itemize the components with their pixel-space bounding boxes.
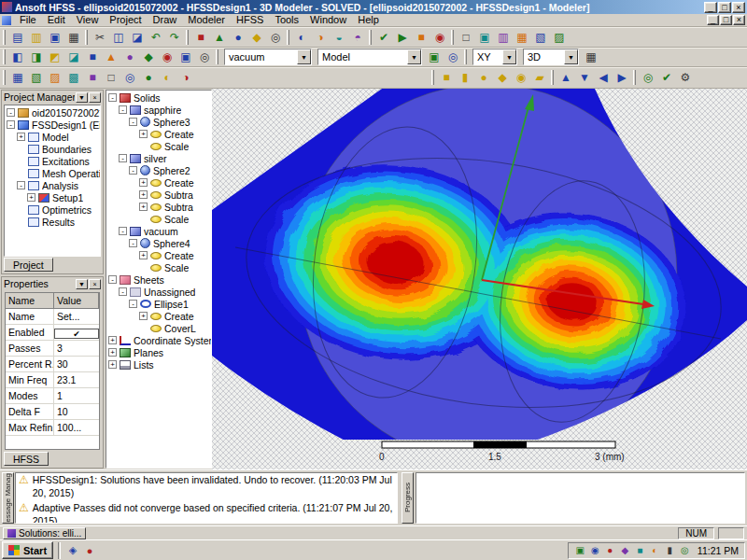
toolbar-button[interactable]: ▶ (613, 69, 631, 86)
tree-expander-icon[interactable]: + (139, 251, 148, 259)
toolbar-button[interactable]: ◎ (266, 29, 285, 46)
toolbar-grip[interactable] (551, 70, 554, 85)
toolbar-button[interactable]: ▦ (8, 69, 27, 86)
toolbar-button[interactable]: ▶ (393, 29, 412, 46)
model-tree-item[interactable]: CoverL (106, 322, 211, 334)
toolbar-grip[interactable] (3, 49, 6, 64)
menu-item[interactable]: Tools (269, 14, 304, 26)
toolbar-button[interactable]: ■ (437, 69, 456, 86)
toolbar-button[interactable]: ▣ (425, 49, 444, 65)
project-tree-item[interactable]: + Model (5, 131, 100, 143)
tab-project[interactable]: Project (4, 258, 53, 272)
tray-icon[interactable]: ◎ (679, 544, 691, 556)
model-tree-item[interactable]: + Lists (106, 358, 211, 371)
project-tree-item[interactable]: Excitations (5, 155, 100, 167)
menu-item[interactable]: Project (104, 14, 147, 26)
toolbar-button[interactable]: ◆ (139, 49, 158, 65)
mdi-restore-button[interactable]: □ (720, 15, 732, 25)
toolbar-button[interactable]: ✔ (657, 69, 676, 86)
tree-expander-icon[interactable]: + (139, 178, 148, 187)
toolbar-grip[interactable] (431, 70, 434, 85)
toolbar-grip[interactable] (287, 30, 289, 45)
tree-expander-icon[interactable]: + (139, 312, 148, 320)
property-value[interactable]: 10 (54, 404, 99, 419)
project-tree-item[interactable]: Results (5, 216, 100, 228)
model-tree-item[interactable]: - vacuum (106, 225, 211, 237)
toolbar-button[interactable]: ● (120, 49, 139, 65)
maximize-button[interactable]: □ (718, 2, 731, 13)
toolbar-button[interactable]: ◎ (444, 49, 462, 65)
dropdown-arrow-icon[interactable]: ▼ (564, 49, 578, 64)
toolbar-button[interactable]: ◩ (46, 49, 64, 65)
property-value[interactable]: 23.1 (54, 372, 99, 387)
menu-item[interactable]: Edit (42, 14, 71, 26)
plane-select[interactable]: XY ▼ (472, 49, 517, 65)
toolbar-button[interactable]: ◑ (311, 29, 330, 46)
property-row[interactable]: Max Refin... 100... (6, 420, 99, 436)
material-select[interactable]: vacuum ▼ (224, 49, 312, 65)
tree-expander-icon[interactable]: - (108, 93, 117, 102)
model-tree-item[interactable]: - sapphire (106, 104, 211, 116)
mdi-close-button[interactable]: × (733, 15, 745, 25)
toolbar-button[interactable]: ✔ (374, 29, 393, 46)
model-tree-item[interactable]: + Create (106, 176, 211, 189)
toolbar-button[interactable]: ◧ (8, 49, 27, 65)
tray-icon[interactable]: ■ (634, 544, 646, 556)
model-tree-item[interactable]: - Sheets (106, 273, 211, 286)
model-tree-item[interactable]: - Unassigned (106, 286, 211, 298)
quick-launch-icon[interactable]: ● (82, 543, 97, 558)
message-item[interactable]: ⚠ Adaptive Passes did not converge based… (19, 502, 394, 524)
progress-strip[interactable]: Progress (402, 472, 414, 524)
toolbar-button[interactable]: ▧ (27, 69, 46, 86)
tree-expander-icon[interactable]: + (17, 133, 25, 141)
properties-header[interactable]: Properties ▼ × (2, 277, 103, 290)
toolbar-button[interactable]: ◑ (176, 69, 195, 86)
tree-expander-icon[interactable]: - (7, 108, 15, 117)
model-tree-item[interactable]: - Sphere3 (106, 116, 211, 128)
toolbar-button[interactable]: ▦ (513, 29, 531, 46)
toolbar-button[interactable]: ◪ (128, 29, 147, 46)
tray-icon[interactable]: ▮ (664, 544, 676, 556)
menu-item[interactable]: View (71, 14, 105, 26)
panel-menu-icon[interactable]: ▼ (76, 92, 88, 103)
toolbar-button[interactable]: ▥ (494, 29, 513, 46)
model-tree-item[interactable]: + Create (106, 310, 211, 322)
tree-expander-icon[interactable]: + (139, 203, 148, 211)
toolbar-button[interactable]: ▨ (46, 69, 64, 86)
toolbar-button[interactable]: ◆ (247, 29, 266, 46)
property-value[interactable]: ✔ (54, 329, 99, 339)
tray-icon[interactable]: ◉ (589, 544, 601, 556)
panel-close-icon[interactable]: × (89, 92, 101, 103)
property-row[interactable]: Enabled ✔ (6, 325, 99, 341)
modeler-3d-view[interactable]: 0 1.5 3 (mm) (212, 89, 747, 469)
toolbar-button[interactable]: ◉ (430, 29, 449, 46)
tree-expander-icon[interactable]: - (119, 154, 127, 162)
property-value[interactable]: 100... (54, 420, 99, 435)
property-row[interactable]: Delta F 10 (6, 404, 99, 420)
property-value[interactable]: 3 (54, 341, 99, 356)
project-tree-item[interactable]: Mesh Operations (5, 167, 100, 179)
model-tree-item[interactable]: + Coordinate System (106, 334, 211, 346)
tree-expander-icon[interactable]: - (119, 105, 127, 114)
toolbar-button[interactable]: ◨ (27, 49, 46, 65)
tree-expander-icon[interactable] (17, 205, 25, 214)
toolbar-button[interactable]: ▩ (64, 69, 83, 86)
toolbar-button[interactable]: ▣ (46, 29, 64, 46)
tree-expander-icon[interactable]: + (27, 193, 35, 202)
menu-item[interactable]: File (14, 14, 42, 26)
tree-expander-icon[interactable]: + (139, 190, 148, 199)
toolbar-button[interactable]: ◉ (158, 49, 176, 65)
solutions-minimized-window[interactable]: Solutions: elli... (3, 527, 86, 539)
tree-expander-icon[interactable] (17, 169, 25, 177)
toolbar-button[interactable]: ■ (83, 69, 102, 86)
tree-expander-icon[interactable]: - (129, 239, 137, 247)
toolbar-button[interactable]: ◓ (348, 29, 367, 46)
dropdown-arrow-icon[interactable]: ▼ (407, 49, 421, 64)
tree-expander-icon[interactable]: - (129, 300, 137, 308)
toolbar-button[interactable]: ▨ (550, 29, 569, 46)
toolbar-button[interactable]: ◎ (639, 69, 657, 86)
toolbar-button[interactable]: ◎ (195, 49, 214, 65)
property-row[interactable]: Name Set... (6, 309, 99, 325)
close-button[interactable]: × (732, 2, 745, 13)
toolbar-button[interactable]: □ (102, 69, 120, 86)
